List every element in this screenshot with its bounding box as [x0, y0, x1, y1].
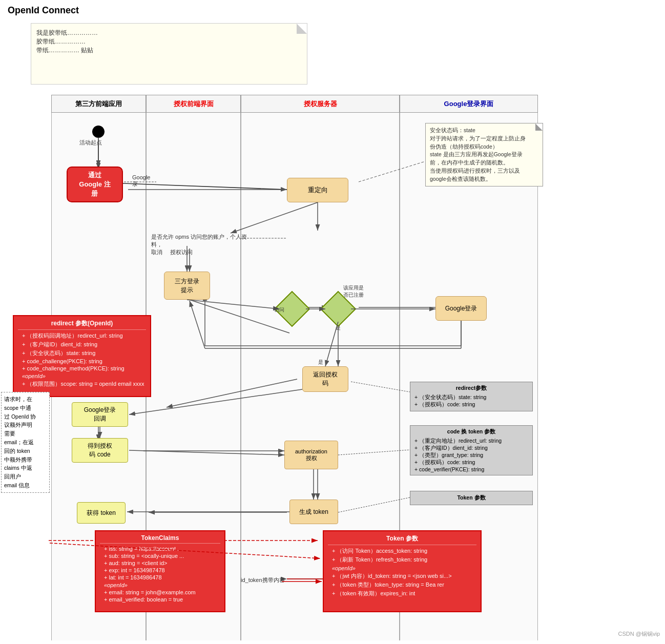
get-auth-code-label: 得到授权码 code [88, 442, 112, 459]
state-note-line3: 份伪造（劫持授权码code） [430, 143, 538, 151]
token-exchange-item2: + （客户端ID）dient_id: string [414, 445, 528, 452]
token-claims-item3: aud: string = <client id> [104, 560, 220, 566]
redirect-params-right-title: redirect参数 [414, 385, 528, 392]
token-claims-openid: «openId» [104, 582, 220, 588]
redirect-params-item2: （客户端ID）dient_id: string [22, 341, 146, 348]
token-params-red-box: Token 参数 （访问 Token）access_token: string … [323, 530, 482, 612]
third-party-prompt-label: 三方登录提示 [175, 277, 199, 295]
token-exchange-item1: + （重定向地址）redirect_url: string [414, 438, 528, 445]
swimlane-header-4: Google登录界面 [400, 95, 538, 113]
token-params-openid: «openId» [332, 565, 476, 571]
token-claims-item7: email_verified: boolean = true [104, 596, 220, 603]
authorization-box: authorization授权 [284, 441, 338, 469]
token-params-item3: （jwt 内容）id_token: string = <json web si.… [332, 572, 476, 580]
get-auth-code-box: 得到授权码 code [72, 438, 128, 463]
redirect-params-openid: «openId» [22, 373, 146, 379]
redirect-params-right-item2: + （授权码）code: string [414, 401, 528, 408]
return-auth-code-label: 返回授权码 [313, 370, 338, 388]
get-token-box: 获得 token [77, 502, 126, 524]
google-login-trigger-label: Google录 [132, 174, 150, 188]
get-token-label: 获得 token [87, 509, 116, 517]
state-note-line2: 对于跨站请求，为了一定程度上防止身 [430, 135, 538, 143]
token-claims-title: TokenClaims [100, 534, 220, 544]
diamond-access-label: 访问 [274, 306, 284, 314]
permission-prompt: 是否允许 opms 访问您的账户，个人资料，取消 授权访问 [151, 233, 254, 256]
return-auth-code-box: 返回授权码 [302, 366, 348, 392]
token-exchange-item4: + （授权码）code: string [414, 459, 528, 466]
redirect-params-item1: （授权码回调地址）redirect_url: string [22, 332, 146, 340]
state-note-line7: google会检查该随机数。 [430, 175, 538, 183]
state-note-box: 安全状态码：state 对于跨站请求，为了一定程度上防止身 份伪造（劫持授权码c… [425, 123, 543, 186]
token-params-red-title: Token 参数 [328, 534, 476, 545]
token-claims-item4: exp: int = 1634987478 [104, 567, 220, 573]
token-params-item1: （访问 Token）access_token: string [332, 547, 476, 555]
token-params-item2: （刷新 Token）refresh_token: string [332, 556, 476, 564]
diamond-registered-label: 该应用是否已注册 [343, 284, 364, 299]
token-params-item5: （token 有效期）expires_in: int [332, 590, 476, 597]
token-exchange-params-box: code 换 token 参数 + （重定向地址）redirect_url: s… [410, 425, 533, 475]
redirect-box: 重定向 [287, 178, 348, 202]
token-params-header: Token 参数 [410, 491, 533, 505]
redirect-params-item5: code_challenge_method(PKCE): string [22, 365, 146, 371]
token-exchange-item5: + code_verifier(PKCE): string [414, 466, 528, 472]
sticky-line-1: 我是胶带纸…………… [36, 29, 302, 37]
token-claims-item2: sub: string = <ocally-unique ... [104, 553, 220, 559]
redirect-params-item4: code_challenge(PKCE): string [22, 358, 146, 364]
sticky-note: 我是胶带纸…………… 胶带纸…………… 带纸…………… 贴贴 [31, 23, 307, 85]
redirect-params-item3: （安全状态码）state: string [22, 349, 146, 357]
start-circle [92, 126, 105, 138]
token-claims-item6: email: string = john@example.com [104, 589, 220, 595]
diamond-yes1-label: 是 [336, 324, 341, 331]
google-callback-box: Google登录回调 [72, 402, 128, 427]
state-note-line5: 前，在内存中生成子的随机数。 [430, 159, 538, 167]
state-note-line1: 安全状态码：state [430, 127, 538, 135]
token-claims-item1: iss: string = https://account... [104, 546, 220, 552]
token-params-header-label: Token 参数 [457, 494, 485, 502]
register-google-box: 通过Google 注册 [67, 167, 123, 202]
sticky-line-2: 胶带纸…………… [36, 37, 302, 46]
swimlane-header-2: 授权前端界面 [146, 95, 241, 113]
redirect-params-box: redirect 参数(OpenId) （授权码回调地址）redirect_ur… [13, 315, 151, 397]
generate-token-box: 生成 token [289, 500, 338, 524]
google-callback-label: Google登录回调 [84, 406, 116, 423]
redirect-params-title: redirect 参数(OpenId) [18, 319, 146, 330]
token-exchange-title: code 换 token 参数 [414, 428, 528, 435]
redirect-params-right-item1: + （安全状态码）state: string [414, 394, 528, 401]
token-exchange-item3: + （类型）grant_type: string [414, 452, 528, 459]
sidebar-note: 请求时，在scope 中通过 OpenId 协议额外声明需要email；在返回的… [1, 392, 50, 493]
diagram-container: 第三方前端应用 授权前端界面 授权服务器 Google登录界面 [0, 95, 665, 643]
third-party-prompt-box: 三方登录提示 [164, 272, 210, 300]
swimlane-header-3: 授权服务器 [241, 95, 400, 113]
google-login-label: Google登录 [445, 304, 477, 313]
token-claims-item5: lat: int = 1634986478 [104, 574, 220, 580]
google-login-box: Google登录 [435, 296, 487, 321]
redirect-params-item6: （权限范围）scope: string = openId email xxxx [22, 380, 146, 388]
page-title: OpenId Connect [0, 0, 665, 21]
swimlane-header-1: 第三方前端应用 [51, 95, 146, 113]
yes2-label: 是 [318, 359, 323, 366]
watermark: CSDN @锅锅vip [618, 630, 660, 638]
state-note-line6: 当使用授权码进行授权时，三方以及 [430, 167, 538, 175]
register-google-label: 通过Google 注册 [79, 171, 110, 198]
redirect-label: 重定向 [308, 185, 328, 195]
token-params-item4: （token 类型）token_type: string = Bea rer [332, 581, 476, 589]
id-token-label: id_token携带内容 [241, 576, 285, 584]
redirect-params-right-box: redirect参数 + （安全状态码）state: string + （授权码… [410, 382, 533, 411]
authorization-label: authorization授权 [295, 448, 327, 462]
token-claims-box: TokenClaims iss: string = https://accoun… [95, 530, 225, 612]
start-label: 活动起点 [79, 139, 102, 147]
sticky-line-3: 带纸…………… 贴贴 [36, 46, 302, 55]
generate-token-label: 生成 token [299, 508, 328, 516]
state-note-line4: state 是由三方应用再发起Google登录 [430, 151, 538, 159]
